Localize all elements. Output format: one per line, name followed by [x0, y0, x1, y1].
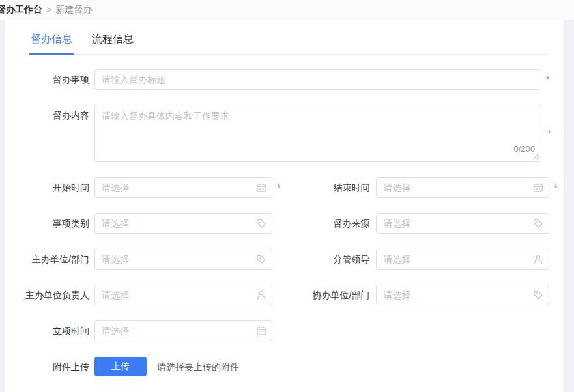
- co-unit-select[interactable]: [376, 285, 549, 305]
- start-time-input[interactable]: [94, 177, 272, 198]
- start-time-label: 开始时间: [25, 177, 89, 198]
- new-supervision-page: 督办工作台 > 新建督办 督办信息 流程信息 督办事项 * 督办内容: [0, 0, 574, 392]
- supervise-content-label: 督办内容: [25, 105, 89, 126]
- tag-icon[interactable]: [256, 254, 266, 264]
- host-unit-label: 主办单位/部门: [25, 249, 89, 270]
- host-unit-control: [94, 249, 272, 270]
- tag-icon[interactable]: [533, 290, 543, 300]
- project-time-input[interactable]: [94, 320, 272, 341]
- calendar-icon[interactable]: [256, 326, 266, 336]
- item-category-label: 事项类别: [25, 213, 89, 234]
- end-time-control: [376, 177, 549, 198]
- item-category-control: [94, 213, 272, 234]
- user-icon[interactable]: [256, 290, 266, 300]
- required-mark: *: [548, 128, 551, 139]
- end-time-input[interactable]: [376, 177, 549, 198]
- leader-in-charge-select[interactable]: [376, 249, 549, 270]
- tab-process-info[interactable]: 流程信息: [91, 33, 135, 54]
- supervise-content-textarea[interactable]: [94, 105, 541, 162]
- row-category-source: 事项类别 * 督办来源: [5, 213, 564, 234]
- supervise-content-control: 0/200 *: [94, 105, 541, 162]
- attachment-upload-label: 附件上传: [25, 356, 89, 377]
- supervision-form: 督办事项 * 督办内容 0/200 * 开始时间: [5, 69, 564, 377]
- calendar-icon[interactable]: [256, 182, 266, 193]
- supervise-source-label: 督办来源: [280, 213, 369, 234]
- project-time-control: [94, 320, 272, 341]
- leader-in-charge-control: [376, 249, 549, 270]
- required-mark: *: [546, 69, 549, 90]
- user-icon[interactable]: [533, 254, 543, 264]
- supervise-source-control: [376, 213, 549, 234]
- row-host-leader: 主办单位/部门 * 分管领导: [5, 249, 564, 270]
- host-unit-head-label: 主办单位负责人: [25, 285, 89, 305]
- upload-hint: 请选择要上传的附件: [157, 357, 239, 376]
- co-unit-label: 协办单位/部门: [280, 285, 369, 305]
- breadcrumb-parent[interactable]: 督办工作台: [0, 4, 42, 16]
- project-time-label: 立项时间: [25, 320, 89, 341]
- start-time-control: [94, 177, 272, 198]
- row-supervise-item: 督办事项 *: [5, 69, 564, 90]
- tag-icon[interactable]: [533, 218, 543, 229]
- required-mark: *: [554, 177, 557, 198]
- tab-supervision-info[interactable]: 督办信息: [29, 33, 74, 54]
- supervise-item-input[interactable]: [94, 69, 541, 90]
- host-unit-head-select[interactable]: [94, 285, 272, 305]
- supervise-item-control: [94, 69, 541, 90]
- tab-bar: 督办信息 流程信息: [29, 33, 548, 55]
- co-unit-control: [376, 285, 549, 305]
- upload-button[interactable]: 上传: [94, 357, 147, 376]
- supervise-item-label: 督办事项: [25, 69, 89, 90]
- breadcrumb: 督办工作台 > 新建督办: [0, 4, 92, 16]
- row-attachment-upload: 附件上传 上传 请选择要上传的附件: [5, 356, 564, 377]
- row-project-time: 立项时间: [5, 320, 564, 341]
- end-time-label: 结束时间: [280, 177, 369, 198]
- breadcrumb-current: 新建督办: [55, 4, 92, 16]
- row-head-counit: 主办单位负责人 * 协办单位/部门: [5, 285, 564, 305]
- row-supervise-content: 督办内容 0/200 *: [5, 105, 564, 162]
- form-card: 督办信息 流程信息 督办事项 * 督办内容 0/200 *: [5, 20, 564, 392]
- item-category-select[interactable]: [94, 213, 272, 234]
- breadcrumb-separator-icon: >: [46, 5, 51, 15]
- host-unit-select[interactable]: [94, 249, 272, 270]
- row-time-range: 开始时间 * 结束时间 *: [5, 177, 564, 198]
- supervise-source-select[interactable]: [376, 213, 549, 234]
- leader-in-charge-label: 分管领导: [280, 249, 369, 270]
- resize-handle[interactable]: [533, 153, 539, 160]
- tag-icon[interactable]: [256, 218, 266, 229]
- breadcrumb-bar: 督办工作台 > 新建督办: [0, 0, 574, 20]
- host-unit-head-control: [94, 285, 272, 305]
- calendar-icon[interactable]: [533, 182, 543, 193]
